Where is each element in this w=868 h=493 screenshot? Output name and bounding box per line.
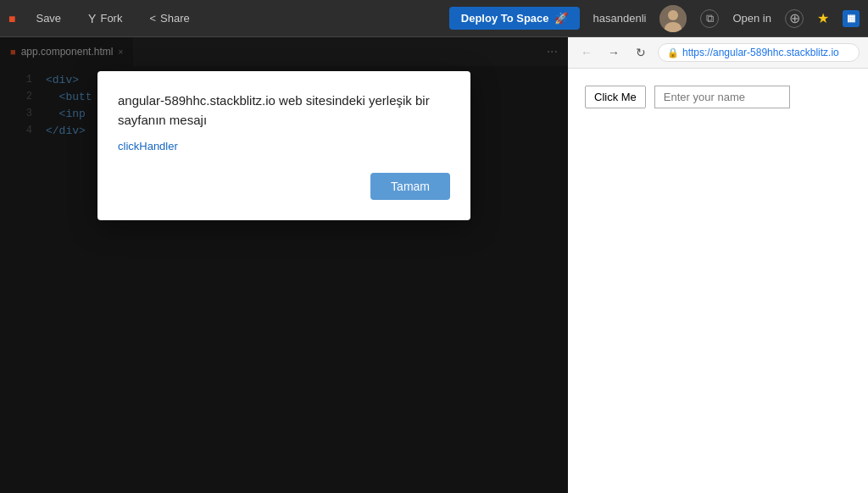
rocket-icon: 🚀 <box>554 12 568 25</box>
save-label: Save <box>36 12 61 25</box>
refresh-button[interactable]: ↻ <box>631 42 651 63</box>
tamam-button[interactable]: Tamam <box>370 173 450 200</box>
deploy-button[interactable]: Deploy To Space 🚀 <box>449 7 580 30</box>
main-area: ■ app.component.html × ··· 1 <div> 2 <bu… <box>0 37 868 493</box>
deploy-label: Deploy To Space <box>461 12 549 25</box>
avatar <box>659 5 687 32</box>
fork-button[interactable]: Y Fork <box>81 8 129 29</box>
click-me-button[interactable]: Click Me <box>585 86 646 108</box>
brand-logo: ■ <box>8 12 15 25</box>
forward-button[interactable]: → <box>604 42 624 63</box>
share-button[interactable]: < Share <box>142 8 196 28</box>
url-text: https://angular-589hhc.stackblitz.io <box>682 47 839 58</box>
html5-icon: ■ <box>8 12 15 25</box>
share-label: Share <box>160 12 190 25</box>
open-in-label[interactable]: Open in <box>732 12 771 25</box>
back-button[interactable]: ← <box>576 42 597 63</box>
editor-panel: ■ app.component.html × ··· 1 <div> 2 <bu… <box>0 37 568 493</box>
forward-icon: → <box>608 46 620 59</box>
star-icon[interactable]: ★ <box>817 10 829 26</box>
lock-icon: 🔒 <box>667 47 679 58</box>
share-icon: < <box>149 12 156 25</box>
svg-point-1 <box>668 10 678 20</box>
modal-overlay: angular-589hhc.stackblitz.io web sitesin… <box>0 37 568 493</box>
modal-title: angular-589hhc.stackblitz.io web sitesin… <box>118 91 450 130</box>
user-name: hasandenli <box>593 12 647 25</box>
stackblitz-icon: ▦ <box>843 10 860 27</box>
fork-icon: Y <box>88 12 96 25</box>
alert-modal: angular-589hhc.stackblitz.io web sitesin… <box>97 71 470 220</box>
address-bar[interactable]: 🔒 https://angular-589hhc.stackblitz.io <box>658 43 860 62</box>
name-input[interactable] <box>654 86 790 108</box>
modal-footer: Tamam <box>118 173 450 200</box>
browser-panel: ← → ↻ 🔒 https://angular-589hhc.stackblit… <box>568 37 868 493</box>
fork-label: Fork <box>100 12 122 25</box>
refresh-icon: ↻ <box>636 46 646 59</box>
back-icon: ← <box>581 46 593 59</box>
browser-content: Click Me <box>568 69 868 493</box>
add-icon[interactable]: ⊕ <box>785 9 804 28</box>
save-button[interactable]: Save <box>29 8 68 28</box>
modal-subtitle: clickHandler <box>118 140 450 152</box>
main-toolbar: ■ Save Y Fork < Share Deploy To Space 🚀 … <box>0 0 868 37</box>
browser-chrome: ← → ↻ 🔒 https://angular-589hhc.stackblit… <box>568 37 868 69</box>
new-window-icon[interactable]: ⧉ <box>700 9 719 28</box>
